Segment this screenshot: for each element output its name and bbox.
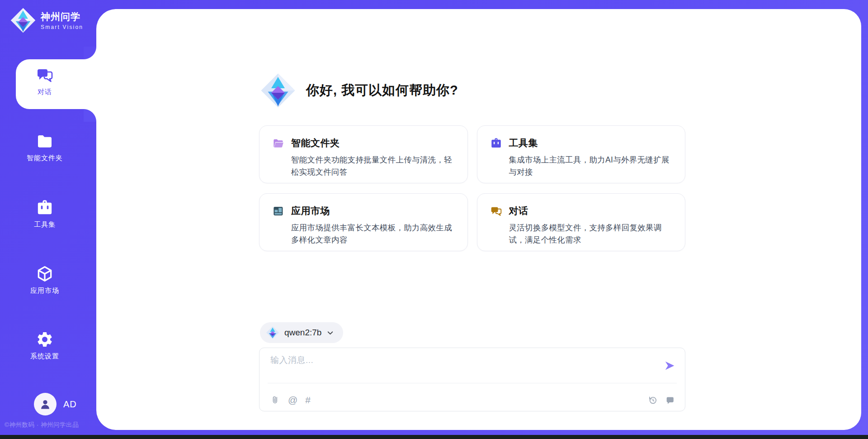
folder-icon [36,132,54,150]
chat-icon [490,205,502,217]
card-head: 工具集 [490,137,538,149]
app-logo-icon [260,72,296,109]
sidebar-item-label: 应用市场 [30,286,59,295]
send-button[interactable] [663,360,676,372]
sidebar-item-label: 工具集 [34,220,56,229]
card-description: 应用市场提供丰富长文本模板，助力高效生成多样化文章内容 [291,222,457,246]
composer-tools-right [648,395,675,405]
copyright-text: ©神州数码 · 神州问学出品 [5,421,79,429]
tab-fillet-bottom [84,109,96,122]
brand-subtitle: Smart Vision [41,24,83,30]
chevron-down-icon [326,329,334,337]
tab-fillet-top [84,47,96,59]
hash-icon[interactable]: # [305,395,311,405]
app-window: 神州问学 Smart Vision 对话 [0,0,868,439]
model-name: qwen2:7b [284,328,321,338]
model-selector[interactable]: qwen2:7b [260,322,343,343]
card-description: 智能文件夹功能支持批量文件上传与清洗，轻松实现文件问答 [291,154,457,178]
sidebar-item-chat[interactable]: 对话 [0,66,90,96]
toolbox-icon [36,199,54,217]
brand-logo-icon [10,7,36,33]
card-head: 应用市场 [272,205,330,217]
card-title: 工具集 [509,137,538,149]
folder-icon [272,137,284,149]
card-head: 智能文件夹 [272,137,340,149]
avatar [34,393,57,415]
mention-icon[interactable]: @ [288,395,297,405]
sidebar-item-toolbox[interactable]: 工具集 [0,199,90,229]
message-input[interactable] [270,354,655,381]
card-toolbox[interactable]: 工具集 集成市场上主流工具，助力AI与外界无缝扩展与对接 [477,125,686,183]
card-app-market[interactable]: 应用市场 应用市场提供丰富长文本模板，助力高效生成多样化文章内容 [259,193,468,251]
brand-name: 神州问学 [41,10,83,23]
composer-toolbar: @ # [270,394,675,406]
sidebar-item-label: 系统设置 [30,352,59,361]
card-title: 智能文件夹 [291,137,340,149]
feature-cards: 智能文件夹 智能文件夹功能支持批量文件上传与清洗，轻松实现文件问答 工具集 集 [259,125,685,251]
gear-icon [36,330,54,348]
sidebar-item-label: 智能文件夹 [27,154,63,162]
sidebar: 神州问学 Smart Vision 对话 [0,0,96,439]
history-icon[interactable] [648,395,658,405]
composer: @ # [259,348,685,411]
diamond-logo-icon [266,326,279,339]
chat-icon [36,66,54,84]
grid-icon [272,205,284,217]
cube-icon [36,265,54,283]
user-initials: AD [63,399,77,410]
composer-divider [268,383,677,383]
toolbox-icon [490,137,502,149]
sidebar-item-smart-folder[interactable]: 智能文件夹 [0,132,90,162]
card-smart-folder[interactable]: 智能文件夹 智能文件夹功能支持批量文件上传与清洗，轻松实现文件问答 [259,125,468,183]
attach-icon[interactable] [270,395,280,405]
feedback-icon[interactable] [665,395,675,405]
bottom-edge-bar [0,435,868,439]
main-panel: 你好, 我可以如何帮助你? 智能文件夹 智能文件夹功能支持批量文件上传与清洗，轻… [96,9,861,430]
card-description: 集成市场上主流工具，助力AI与外界无缝扩展与对接 [509,154,675,178]
card-description: 灵活切换多模型文件，支持多样回复效果调试，满足个性化需求 [509,222,675,246]
card-title: 对话 [509,205,528,217]
send-icon [664,360,675,372]
card-head: 对话 [490,205,528,217]
brand-text: 神州问学 Smart Vision [41,10,83,30]
greeting-title: 你好, 我可以如何帮助你? [306,81,458,100]
brand[interactable]: 神州问学 Smart Vision [10,7,83,33]
person-icon [38,397,52,411]
sidebar-item-label: 对话 [38,88,52,96]
card-chat[interactable]: 对话 灵活切换多模型文件，支持多样回复效果调试，满足个性化需求 [477,193,686,251]
sidebar-item-app-market[interactable]: 应用市场 [0,265,90,295]
sidebar-item-settings[interactable]: 系统设置 [0,330,90,361]
user-profile[interactable]: AD [0,393,96,415]
card-title: 应用市场 [291,205,330,217]
greeting: 你好, 我可以如何帮助你? [260,72,458,109]
